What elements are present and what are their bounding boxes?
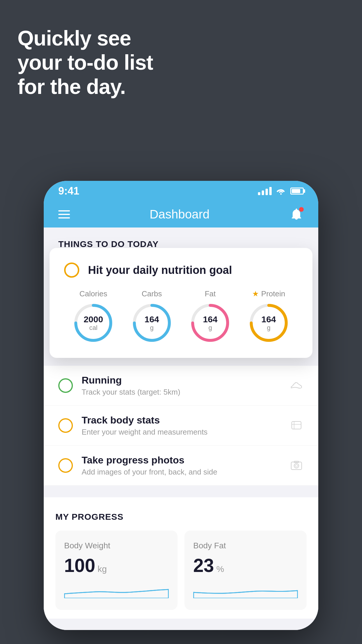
headline-line3: for the day. <box>17 75 153 99</box>
card-header: Hit your daily nutrition goal <box>64 262 298 278</box>
headline: Quickly see your to-do list for the day. <box>17 26 153 99</box>
carbs-circle: 164 g <box>131 302 172 343</box>
calories-item: Calories 2000 cal <box>73 289 114 343</box>
fat-circle: 164 g <box>190 302 231 343</box>
body-weight-value-container: 100 kg <box>64 556 169 575</box>
card-checkbox[interactable] <box>64 262 79 278</box>
running-subtitle: Track your stats (target: 5km) <box>82 388 280 397</box>
list-item-running[interactable]: Running Track your stats (target: 5km) <box>44 366 318 406</box>
content-area: THINGS TO DO TODAY Hit your daily nutrit… <box>44 228 318 630</box>
bodystats-title: Track body stats <box>82 414 280 426</box>
headline-line1: Quickly see <box>17 26 153 50</box>
body-weight-unit: kg <box>98 564 107 574</box>
body-fat-unit: % <box>216 564 224 574</box>
svg-rect-9 <box>292 421 301 429</box>
progress-cards: Body Weight 100 kg Body Fat 23 % <box>55 531 307 610</box>
bell-button[interactable] <box>289 207 304 222</box>
photo-icon <box>289 458 304 473</box>
nutrition-card: Hit your daily nutrition goal Calories 2… <box>50 248 312 358</box>
bodystats-checkbox[interactable] <box>58 418 73 433</box>
body-fat-label: Body Fat <box>193 541 298 550</box>
svg-rect-12 <box>291 462 302 470</box>
body-weight-label: Body Weight <box>64 541 169 550</box>
nutrition-circles: Calories 2000 cal Carbs <box>64 289 298 343</box>
carbs-item: Carbs 164 g <box>131 289 172 343</box>
body-fat-value-container: 23 % <box>193 556 298 575</box>
svg-point-0 <box>280 193 282 195</box>
photos-text: Take progress photos Add images of your … <box>82 454 280 477</box>
bodystats-subtitle: Enter your weight and measurements <box>82 428 280 437</box>
body-fat-chart <box>193 581 298 598</box>
protein-item: ★ Protein 164 g <box>248 289 289 343</box>
running-title: Running <box>82 374 280 386</box>
running-text: Running Track your stats (target: 5km) <box>82 374 280 397</box>
list-item-photos[interactable]: Take progress photos Add images of your … <box>44 446 318 486</box>
wifi-icon <box>276 187 286 195</box>
headline-line2: your to-do list <box>17 50 153 75</box>
scale-icon <box>289 418 304 433</box>
body-weight-chart <box>64 581 169 598</box>
star-icon: ★ <box>252 289 259 298</box>
protein-label: ★ Protein <box>252 289 285 298</box>
fat-item: Fat 164 g <box>190 289 231 343</box>
progress-section: MY PROGRESS Body Weight 100 kg B <box>44 497 318 619</box>
calories-circle: 2000 cal <box>73 302 114 343</box>
shoe-icon <box>289 378 304 393</box>
nav-title: Dashboard <box>150 207 209 221</box>
body-fat-number: 23 <box>193 556 214 575</box>
status-icons <box>258 187 304 195</box>
card-title: Hit your daily nutrition goal <box>88 264 232 276</box>
bell-notification-dot <box>299 207 304 212</box>
photos-subtitle: Add images of your front, back, and side <box>82 468 280 477</box>
svg-point-13 <box>294 463 299 468</box>
bodystats-text: Track body stats Enter your weight and m… <box>82 414 280 437</box>
body-weight-number: 100 <box>64 556 95 575</box>
fat-label: Fat <box>205 289 216 298</box>
signal-icon <box>258 187 272 195</box>
progress-title: MY PROGRESS <box>55 512 307 522</box>
body-weight-card[interactable]: Body Weight 100 kg <box>55 531 178 610</box>
todo-list: Running Track your stats (target: 5km) T… <box>44 366 318 486</box>
svg-point-14 <box>295 465 298 467</box>
status-time: 9:41 <box>58 185 79 197</box>
photos-checkbox[interactable] <box>58 458 73 473</box>
phone-shell: 9:41 Dashboard <box>44 181 318 630</box>
nav-bar: Dashboard <box>44 201 318 228</box>
protein-circle: 164 g <box>248 302 289 343</box>
running-checkbox[interactable] <box>58 378 73 393</box>
carbs-label: Carbs <box>142 289 162 298</box>
status-bar: 9:41 <box>44 181 318 201</box>
photos-title: Take progress photos <box>82 454 280 466</box>
list-item-bodystats[interactable]: Track body stats Enter your weight and m… <box>44 406 318 446</box>
hamburger-menu[interactable] <box>58 210 70 218</box>
battery-icon <box>290 188 304 195</box>
calories-label: Calories <box>80 289 107 298</box>
body-fat-card[interactable]: Body Fat 23 % <box>184 531 307 610</box>
